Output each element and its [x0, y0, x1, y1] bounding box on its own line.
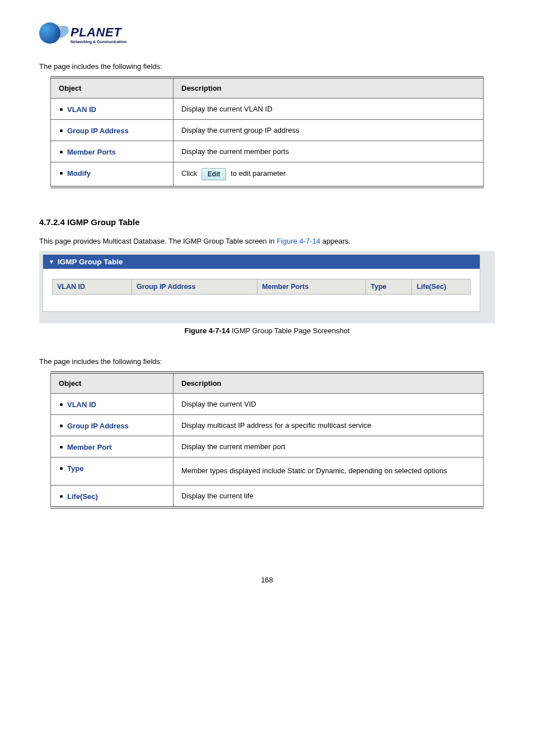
col-group-ip: Group IP Address	[132, 279, 257, 295]
bullet-icon	[60, 129, 63, 132]
bullet-icon	[60, 172, 63, 175]
panel-title: IGMP Group Table	[58, 258, 123, 266]
obj-modify: Modify	[67, 169, 91, 178]
desc-member-port-2: Display the current member port	[174, 436, 484, 458]
col-type: Type	[366, 279, 412, 295]
section-heading: 4.7.2.4 IGMP Group Table	[39, 217, 495, 227]
caption-bold: Figure 4-7-14	[184, 326, 229, 335]
table-row: Modify Click Edit to edit parameter	[51, 162, 484, 188]
desc-modify-pre: Click	[181, 169, 197, 178]
panel-header[interactable]: ▼ IGMP Group Table	[43, 255, 480, 269]
bullet-icon	[60, 495, 63, 498]
table-row: Group IP Address Display the current gro…	[51, 120, 484, 141]
obj-type-2: Type	[67, 464, 83, 473]
col-vlan-id: VLAN ID	[53, 279, 132, 295]
col-life: Life(Sec)	[412, 279, 471, 295]
line-pre: This page provides Multicast Database. T…	[39, 237, 277, 245]
table-row: Member Ports Display the current member …	[51, 141, 484, 162]
desc-modify-post: to edit parameter	[231, 169, 285, 178]
desc-life-2: Display the current life	[174, 485, 484, 507]
desc-type-2: Member types displayed include Static or…	[174, 458, 484, 486]
igmp-panel: ▼ IGMP Group Table VLAN ID Group IP Addr…	[43, 254, 480, 312]
globe-icon	[39, 22, 60, 44]
screenshot-area: ▼ IGMP Group Table VLAN ID Group IP Addr…	[39, 251, 495, 323]
obj-life-2: Life(Sec)	[67, 492, 98, 501]
intro-text-2: The page includes the following fields:	[39, 357, 495, 366]
obj-vlan-id: VLAN ID	[67, 105, 96, 114]
bullet-icon	[60, 151, 63, 153]
brand-name: PLANET	[71, 26, 127, 39]
bullet-icon	[60, 446, 63, 449]
page-number: 168	[39, 576, 495, 584]
table-row: Type Member types displayed include Stat…	[51, 458, 484, 486]
igmp-group-table: VLAN ID Group IP Address Member Ports Ty…	[52, 279, 471, 295]
desc-vlan-id-2: Display the current VID	[174, 394, 484, 415]
obj-group-ip: Group IP Address	[67, 127, 129, 135]
brand-tagline: Networking & Communication	[71, 40, 127, 44]
fields-table-1: Object Description VLAN ID Display the c…	[50, 76, 484, 188]
table-row: Member Port Display the current member p…	[51, 436, 484, 458]
table-row: VLAN ID Display the current VID	[51, 394, 484, 415]
obj-member-port-2: Member Port	[67, 443, 111, 451]
col-description: Description	[174, 372, 484, 394]
obj-group-ip-2: Group IP Address	[67, 422, 129, 430]
col-object: Object	[51, 77, 174, 99]
desc-modify: Click Edit to edit parameter	[174, 162, 484, 188]
brand-logo: PLANET Networking & Communication	[39, 22, 495, 45]
edit-button[interactable]: Edit	[202, 168, 227, 180]
intro-text-1: The page includes the following fields:	[39, 62, 495, 71]
desc-group-ip: Display the current group IP address	[174, 120, 484, 141]
obj-member-ports: Member Ports	[67, 148, 116, 156]
bullet-icon	[60, 467, 63, 470]
col-member-ports: Member Ports	[257, 279, 366, 295]
obj-vlan-id-2: VLAN ID	[67, 400, 96, 409]
desc-member-ports: Display the current member ports	[174, 141, 484, 162]
col-object: Object	[51, 372, 174, 394]
table-row: VLAN ID Display the current VLAN ID	[51, 99, 484, 120]
line-post: appears.	[320, 237, 350, 245]
section-body-line: This page provides Multicast Database. T…	[39, 237, 495, 245]
bullet-icon	[60, 403, 63, 406]
table-row: Life(Sec) Display the current life	[51, 485, 484, 507]
col-description: Description	[174, 77, 484, 99]
figure-caption: Figure 4-7-14 IGMP Group Table Page Scre…	[39, 326, 495, 335]
table-row: Group IP Address Display multicast IP ad…	[51, 415, 484, 436]
fields-table-2: Object Description VLAN ID Display the c…	[50, 371, 484, 508]
caption-rest: IGMP Group Table Page Screenshot	[229, 326, 349, 335]
figure-link[interactable]: Figure 4-7-14	[277, 237, 320, 245]
bullet-icon	[60, 108, 63, 111]
desc-vlan-id: Display the current VLAN ID	[174, 99, 484, 120]
bullet-icon	[60, 424, 63, 427]
desc-group-ip-2: Display multicast IP address for a speci…	[174, 415, 484, 436]
chevron-down-icon: ▼	[49, 259, 54, 265]
